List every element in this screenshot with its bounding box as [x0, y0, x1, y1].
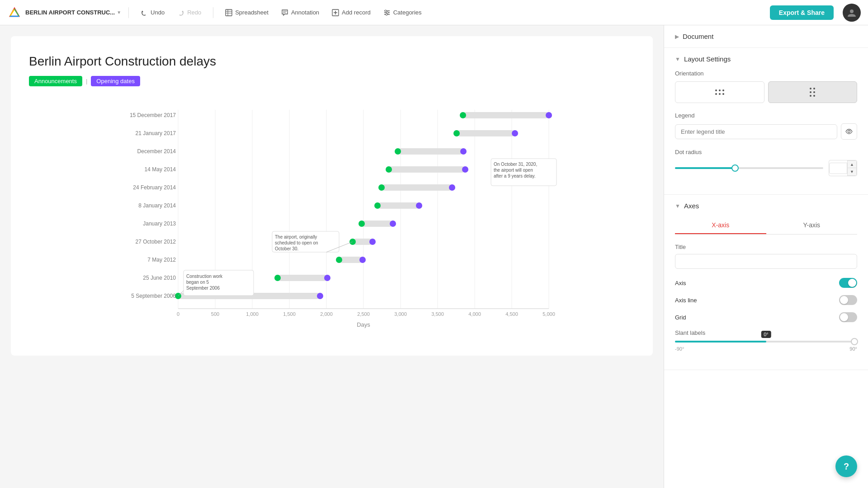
- axis-toggle[interactable]: [839, 278, 857, 288]
- x-tick-3000: 3,000: [394, 311, 407, 317]
- slant-thumb[interactable]: [851, 338, 858, 345]
- bar-3: [389, 166, 465, 173]
- spreadsheet-button[interactable]: Spreadsheet: [221, 6, 273, 19]
- dot-purple-4: [449, 184, 455, 191]
- orientation-horizontal-btn[interactable]: [675, 81, 764, 103]
- project-title[interactable]: BERLIN AIRPORT CONSTRUC... ▼: [25, 9, 121, 16]
- add-record-button[interactable]: Add record: [327, 6, 375, 19]
- chart-title: Berlin Airport Construction delays: [29, 54, 635, 69]
- topbar: BERLIN AIRPORT CONSTRUC... ▼ Undo Redo S…: [0, 0, 868, 25]
- chart-area: Berlin Airport Construction delays Annou…: [0, 25, 664, 488]
- legend-icon-button[interactable]: [841, 123, 857, 140]
- x-tick-2500: 2,500: [357, 311, 370, 317]
- dot-green-0: [460, 112, 466, 118]
- user-avatar[interactable]: [843, 4, 861, 22]
- x-tick-2000: 2,000: [320, 311, 333, 317]
- dot-purple-7: [369, 239, 376, 245]
- grid-toggle-row: Grid: [675, 312, 857, 322]
- x-tick-1000: 1,000: [246, 311, 259, 317]
- legend-label: Legend: [675, 112, 857, 119]
- row-label-0: 15 December 2017: [130, 112, 176, 118]
- undo-icon: [141, 9, 148, 16]
- annotation-button[interactable]: Annotation: [277, 6, 324, 19]
- slant-center-badge: 0°: [761, 331, 771, 338]
- annotation-icon: [281, 9, 288, 16]
- tab-y-axis[interactable]: Y-axis: [766, 217, 858, 234]
- dot-purple-6: [390, 221, 396, 227]
- x-tick-1500: 1,500: [283, 311, 296, 317]
- row-label-5: 8 January 2014: [138, 202, 176, 209]
- axis-title-input[interactable]: [675, 254, 857, 269]
- svg-point-31: [715, 93, 717, 95]
- dot-radius-label: Dot radius: [675, 149, 857, 155]
- grid-toggle-label: Grid: [675, 314, 686, 321]
- slant-fill: [675, 341, 766, 343]
- annotation-text-airport-2: scheduled to open on: [275, 240, 318, 245]
- document-section: ▶ Document: [664, 25, 868, 48]
- bar-5: [377, 202, 419, 209]
- badge-opening-dates[interactable]: Opening dates: [91, 76, 140, 86]
- axes-chevron-down: ▼: [675, 203, 680, 209]
- x-tick-0: 0: [177, 311, 179, 317]
- svg-point-33: [722, 93, 724, 95]
- document-label: Document: [683, 33, 713, 40]
- dot-radius-down[interactable]: ▼: [847, 168, 856, 175]
- orientation-vertical-icon: [806, 86, 819, 99]
- legend-input[interactable]: [675, 124, 837, 139]
- axis-line-toggle[interactable]: [839, 295, 857, 305]
- dot-radius-up[interactable]: ▲: [847, 161, 856, 168]
- dot-radius-input: 7 ▲ ▼: [829, 160, 857, 176]
- svg-point-29: [719, 89, 721, 91]
- svg-rect-1: [226, 9, 232, 16]
- layout-settings-label: Layout Settings: [684, 55, 731, 63]
- slant-track[interactable]: [675, 341, 857, 343]
- x-tick-4500: 4,500: [505, 311, 518, 317]
- svg-point-35: [813, 88, 815, 89]
- grid-toggle[interactable]: [839, 312, 857, 322]
- row-label-6: January 2013: [143, 221, 176, 227]
- layout-settings-content: Orientation: [664, 70, 868, 194]
- dot-purple-3: [462, 166, 468, 173]
- row-label-3: 14 May 2014: [145, 166, 176, 173]
- dot-radius-slider[interactable]: [675, 167, 823, 169]
- chart-svg-wrapper: 15 December 2017 21 January 2017 Decembe…: [29, 101, 635, 338]
- slider-thumb[interactable]: [731, 164, 739, 172]
- tab-x-axis[interactable]: X-axis: [675, 217, 766, 234]
- dot-radius-value[interactable]: 7: [829, 163, 847, 174]
- axes-tabs: X-axis Y-axis: [675, 217, 857, 235]
- axis-title-label: Title: [675, 244, 857, 250]
- axes-header[interactable]: ▼ Axes: [664, 195, 868, 217]
- row-label-7: 27 October 2012: [136, 239, 176, 245]
- dot-purple-2: [460, 148, 467, 155]
- axes-content: X-axis Y-axis Title Axis Axis line: [664, 217, 868, 370]
- export-button[interactable]: Export & Share: [770, 5, 834, 20]
- axis-line-toggle-label: Axis line: [675, 297, 697, 304]
- redo-button[interactable]: Redo: [173, 6, 206, 19]
- document-header[interactable]: ▶ Document: [664, 25, 868, 47]
- legend-row: [675, 123, 857, 140]
- axis-line-toggle-knob: [840, 296, 848, 304]
- orientation-vertical-btn[interactable]: [768, 81, 858, 103]
- spreadsheet-icon: [225, 9, 232, 16]
- undo-button[interactable]: Undo: [136, 6, 169, 19]
- help-button[interactable]: ?: [835, 455, 857, 477]
- orientation-label: Orientation: [675, 70, 857, 77]
- dot-green-5: [374, 202, 381, 209]
- row-label-10: 5 September 2006: [131, 293, 176, 299]
- project-title-caret: ▼: [117, 10, 121, 15]
- annotation-text-airport-1: The airport, originally: [275, 235, 317, 239]
- svg-point-14: [387, 12, 388, 14]
- svg-point-36: [810, 91, 811, 93]
- axis-toggle-row: Axis: [675, 278, 857, 288]
- chart-svg: 15 December 2017 21 January 2017 Decembe…: [29, 101, 635, 336]
- categories-button[interactable]: Categories: [379, 6, 426, 19]
- layout-settings-header[interactable]: ▼ Layout Settings: [664, 48, 868, 70]
- slant-min-label: -90°: [675, 346, 684, 352]
- annotation-text-oct31-3: after a 9 years delay.: [494, 174, 536, 178]
- annotation-text-oct31-1: On October 31, 2020,: [494, 162, 537, 167]
- x-tick-3500: 3,500: [431, 311, 444, 317]
- grid-toggle-knob: [840, 313, 848, 321]
- bar-4: [382, 184, 452, 191]
- badge-announcements[interactable]: Announcements: [29, 76, 82, 86]
- bar-8: [339, 257, 363, 263]
